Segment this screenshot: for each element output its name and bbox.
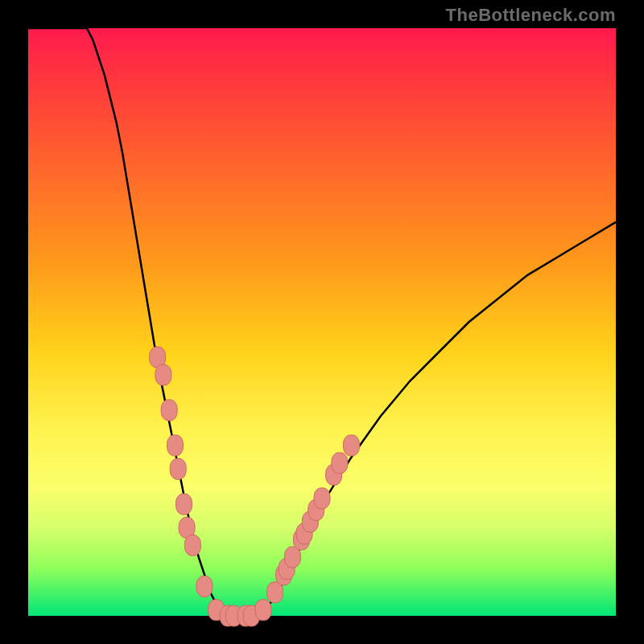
data-marker xyxy=(170,459,186,480)
chart-svg xyxy=(0,0,644,644)
data-marker xyxy=(314,488,330,509)
data-marker xyxy=(332,452,348,473)
bottleneck-curve xyxy=(28,28,616,616)
data-marker xyxy=(255,600,271,621)
curve-markers xyxy=(150,347,360,626)
chart-frame: TheBottleneck.com xyxy=(0,0,644,644)
data-marker xyxy=(196,576,213,597)
data-marker xyxy=(344,435,360,456)
data-marker xyxy=(161,400,177,421)
data-marker xyxy=(184,535,200,555)
data-marker xyxy=(155,365,171,386)
data-marker xyxy=(176,493,192,514)
data-marker xyxy=(167,435,184,456)
